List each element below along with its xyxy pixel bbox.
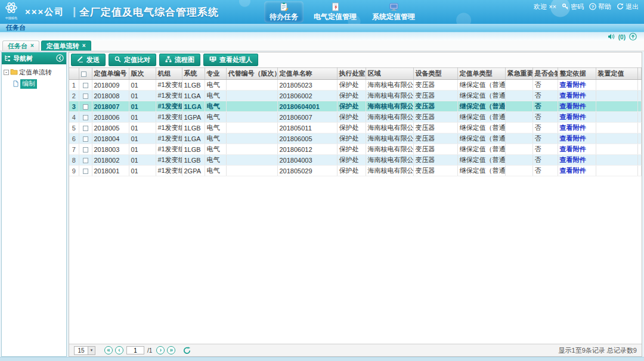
flowchart-button[interactable]: 流程图	[159, 54, 200, 66]
table-row[interactable]: 9201800101#1发变组2GPA电气201805029保护处海南核电有限公…	[69, 166, 642, 176]
cell: 保护处	[337, 80, 366, 91]
row-checkbox-cell	[79, 144, 92, 155]
cell: 否	[532, 144, 558, 155]
row-number: 3	[69, 101, 79, 112]
column-header: 是否会签	[532, 68, 558, 80]
close-icon[interactable]: ×	[82, 43, 86, 49]
cell: 继保定值（普通）	[457, 133, 505, 144]
cell: 保护处	[337, 166, 366, 176]
svg-text:?: ?	[592, 4, 595, 9]
cell: 海南核电有限公司	[366, 112, 413, 123]
view-attachment-link[interactable]: 查看附件	[558, 123, 596, 133]
row-checkbox[interactable]	[83, 158, 88, 163]
tab-task-desk[interactable]: 任务台×	[2, 41, 39, 51]
cell: 2018006	[92, 112, 129, 123]
speaker-icon[interactable]	[608, 33, 615, 41]
notice-strip: (0)	[0, 32, 644, 41]
cell: 保护处	[337, 91, 366, 101]
cell: #1发变组	[156, 133, 182, 144]
cell	[505, 155, 532, 166]
table-row[interactable]: 6201800401#1发变组1LGA电气201806005保护处海南核电有限公…	[69, 133, 642, 144]
view-attachment-link[interactable]: 查看附件	[558, 80, 596, 91]
nav-item-electrical-setting-mgmt[interactable]: 电气定值管理	[308, 1, 362, 23]
sidebar-collapse-button[interactable]	[56, 54, 64, 63]
tree-node-setting-sheet-flow[interactable]: - 定值单流转	[4, 68, 64, 77]
nav-label: 系统定值管理	[372, 12, 415, 22]
table-row[interactable]: 5201800501#1发变组1LGB电气201805011保护处海南核电有限公…	[69, 123, 642, 133]
table-row[interactable]: 3201800701#1发变组1LGA电气20180604001保护处海南核电有…	[69, 101, 642, 112]
cell: 否	[532, 91, 558, 101]
cell: 电气	[205, 112, 226, 123]
row-checkbox[interactable]	[83, 169, 88, 174]
close-icon[interactable]: ×	[30, 43, 34, 49]
tree-node-compile[interactable]: 编制	[13, 79, 64, 89]
cell: #1发变组	[156, 80, 182, 91]
column-header: 整定依据	[558, 68, 596, 80]
row-number: 9	[69, 166, 79, 176]
prev-page-button[interactable]: ‹	[115, 346, 123, 354]
cell: 01	[129, 144, 156, 155]
view-attachment-link[interactable]: 查看附件	[558, 166, 596, 176]
row-checkbox[interactable]	[83, 83, 88, 88]
nav-label: 待办任务	[270, 12, 298, 22]
row-checkbox[interactable]	[83, 147, 88, 153]
page-number-input[interactable]	[126, 346, 144, 354]
table-row[interactable]: 7201800301#1发变组1LGB电气201806012保护处海南核电有限公…	[69, 144, 642, 155]
welcome-text: 欢迎 ××	[534, 2, 556, 11]
view-attachment-link[interactable]: 查看附件	[558, 155, 596, 166]
view-attachment-link[interactable]: 查看附件	[558, 101, 596, 112]
row-checkbox[interactable]	[83, 94, 88, 99]
logo-org-text: 中国核电	[5, 17, 17, 20]
table-row[interactable]: 8201800201#1发变组1LGB电气201804003保护处海南核电有限公…	[69, 155, 642, 166]
first-page-button[interactable]: «	[104, 346, 113, 354]
tab-setting-sheet-flow[interactable]: 定值单流转×	[41, 41, 91, 51]
view-attachment-link[interactable]: 查看附件	[558, 144, 596, 155]
row-number: 8	[69, 155, 79, 166]
cell: 海南核电有限公司	[366, 101, 413, 112]
table-row[interactable]: 2201800801#1发变组1LGA电气201806002保护处海南核电有限公…	[69, 91, 642, 101]
view-handler-button[interactable]: 查看处理人	[203, 54, 258, 66]
table-row[interactable]: 4201800601#1发变组1GPA电气201806007保护处海南核电有限公…	[69, 112, 642, 123]
handler-icon	[209, 56, 216, 64]
select-all-checkbox[interactable]	[81, 71, 86, 77]
refresh-button[interactable]	[183, 347, 191, 354]
row-checkbox[interactable]	[83, 126, 88, 131]
cell: 201806005	[277, 133, 337, 144]
column-header: 设备类型	[413, 68, 457, 80]
column-header: 版次	[129, 68, 156, 80]
tree-expander[interactable]: -	[4, 70, 9, 75]
password-button[interactable]: 密码	[562, 2, 584, 11]
last-page-button[interactable]: »	[167, 346, 175, 354]
cell: 变压器	[413, 91, 457, 101]
cell	[226, 133, 277, 144]
up-circle-icon[interactable]	[629, 33, 637, 42]
setting-compare-button[interactable]: 定值比对	[109, 54, 156, 66]
tab-bar: 任务台×定值单流转×	[0, 41, 644, 51]
nav-item-system-setting-mgmt[interactable]: 系统定值管理	[367, 1, 420, 23]
page-size-select[interactable]: 15 ▼	[74, 346, 95, 355]
table-row[interactable]: 1201800901#1发变组1LGB电气201805023保护处海南核电有限公…	[69, 80, 642, 91]
row-checkbox[interactable]	[83, 104, 88, 110]
folder-icon	[10, 69, 18, 76]
cell: 变压器	[413, 80, 457, 91]
filler-cell	[637, 101, 642, 112]
column-header: 机组	[156, 68, 182, 80]
send-button[interactable]: 发送	[71, 54, 106, 66]
logout-button[interactable]: 退出	[617, 2, 639, 11]
cell: 1LGA	[182, 133, 205, 144]
cell: 电气	[205, 91, 226, 101]
next-page-button[interactable]: ›	[156, 346, 165, 354]
cell: #1发变组	[156, 123, 182, 133]
cell: 电气	[205, 101, 226, 112]
row-checkbox[interactable]	[83, 115, 88, 120]
nav-item-todo-tasks[interactable]: 待办任务	[264, 1, 304, 23]
view-attachment-link[interactable]: 查看附件	[558, 112, 596, 123]
help-button[interactable]: ? 帮助	[589, 2, 611, 11]
cell: 否	[532, 155, 558, 166]
view-attachment-link[interactable]: 查看附件	[558, 91, 596, 101]
pagination-bar: 15 ▼ « ‹ /1 › » 显示1至9条记录 总记录数9	[69, 344, 642, 356]
row-checkbox[interactable]	[83, 136, 88, 142]
row-checkbox-cell	[79, 91, 92, 101]
view-attachment-link[interactable]: 查看附件	[558, 133, 596, 144]
row-checkbox-cell	[79, 112, 92, 123]
